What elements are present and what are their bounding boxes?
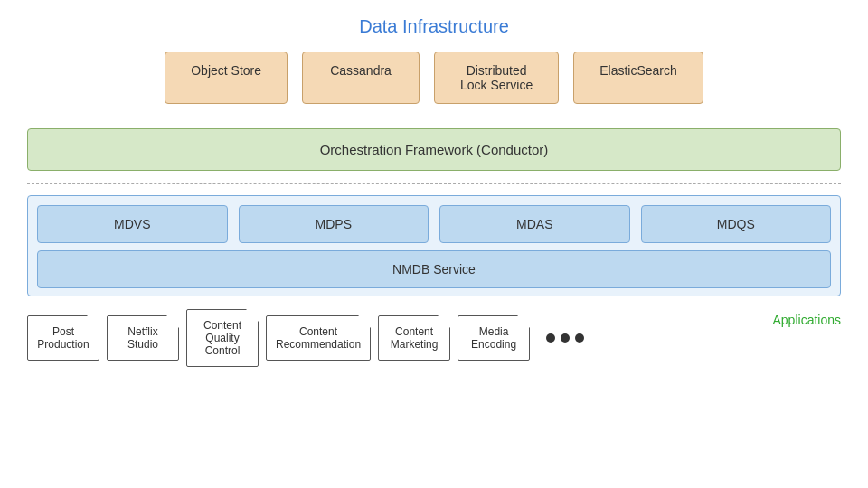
applications-section: Post Production Netflix Studio Content Q… — [27, 309, 841, 367]
app-netflix-studio: Netflix Studio — [107, 315, 179, 361]
infra-box-object-store: Object Store — [165, 52, 288, 104]
md-services-row: MDVS MDPS MDAS MDQS — [37, 205, 831, 243]
separator-1 — [27, 117, 841, 117]
dot-3 — [575, 333, 584, 343]
orchestration-box: Orchestration Framework (Conductor) — [27, 128, 841, 171]
md-box-mdvs: MDVS — [37, 205, 228, 243]
app-content-marketing: Content Marketing — [378, 315, 450, 361]
dot-2 — [561, 333, 570, 343]
infra-box-elasticsearch: ElasticSearch — [573, 52, 703, 104]
infra-box-cassandra: Cassandra — [302, 52, 420, 104]
md-box-mdps: MDPS — [239, 205, 429, 243]
app-post-production: Post Production — [27, 315, 99, 361]
md-box-mdqs: MDQS — [641, 205, 832, 243]
orchestration-row: Orchestration Framework (Conductor) — [27, 128, 841, 171]
infra-row: Object Store Cassandra Distributed Lock … — [165, 52, 703, 104]
app-media-encoding: Media Encoding — [458, 315, 530, 361]
applications-label: Applications — [760, 309, 841, 327]
infra-box-distributed-lock: Distributed Lock Service — [434, 52, 559, 104]
more-apps-dots — [537, 333, 584, 343]
services-block: MDVS MDPS MDAS MDQS NMDB Service — [27, 195, 841, 296]
applications-row: Post Production Netflix Studio Content Q… — [27, 309, 760, 367]
nmdb-box: NMDB Service — [37, 250, 831, 288]
app-content-quality: Content Quality Control — [186, 309, 259, 367]
dot-1 — [546, 333, 555, 343]
md-box-mdas: MDAS — [439, 205, 630, 243]
app-content-recommendation: Content Recommendation — [266, 315, 371, 361]
page-title: Data Infrastructure — [359, 16, 509, 37]
separator-2 — [27, 183, 841, 184]
